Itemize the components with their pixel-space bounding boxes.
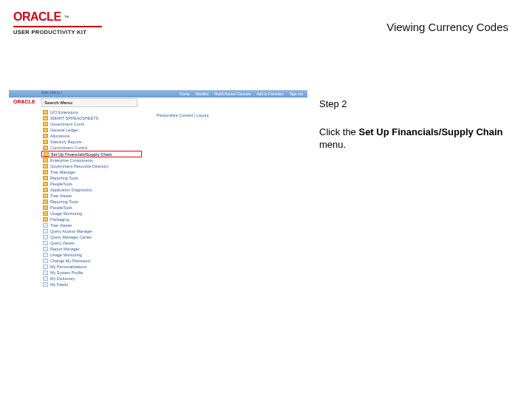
menu-item[interactable]: Government Resource Directory [41, 163, 142, 169]
menu-item[interactable]: General Ledger [41, 127, 142, 133]
menu-item[interactable]: My Feeds [41, 282, 142, 287]
brand-rule [13, 26, 102, 27]
folder-icon [43, 116, 48, 120]
menu-item[interactable]: My Dictionary [41, 276, 142, 282]
menu-item[interactable]: Report Manager [41, 246, 142, 252]
menu-item-label: My Dictionary [50, 276, 75, 281]
document-icon [43, 282, 48, 287]
trademark-symbol: ™ [64, 15, 69, 20]
menu-item[interactable]: Tree Viewer [41, 222, 142, 228]
app-logo: ORACLE [13, 99, 35, 104]
menu-item-label: Query Viewer [50, 241, 75, 245]
brand-block: ORACLE ™ USER PRODUCTIVITY KIT [13, 10, 102, 35]
folder-icon [43, 128, 48, 132]
menu-item[interactable]: Query Manager Center [41, 234, 142, 240]
document-icon [43, 229, 48, 233]
folder-icon [43, 182, 48, 186]
document-icon [43, 235, 48, 239]
topbar-link-home[interactable]: Home [180, 92, 189, 96]
menu-item-label: Usage Monitoring [50, 253, 82, 257]
folder-icon [43, 146, 48, 150]
menu-item-label: SMART SPREADSHEETS [50, 116, 98, 120]
menu-item[interactable]: PeopleTools [41, 205, 142, 211]
personalize-content-link[interactable]: Personalize Content | Layout [157, 113, 209, 117]
menu-item[interactable]: Reporting Tools [41, 175, 142, 181]
menu-item-label: Query Manager Center [50, 235, 92, 239]
app-screenshot: Home Worklist MultiChannel Console Add t… [9, 90, 307, 290]
menu-item-label: Change My Password [50, 259, 90, 263]
menu-item-label: Government Resource Directory [50, 164, 109, 168]
menu-item-label: Reporting Tools [50, 200, 78, 204]
document-icon [43, 276, 48, 281]
topbar-link-multichannel[interactable]: MultiChannel Console [214, 92, 250, 96]
folder-icon [43, 140, 48, 144]
menu-item-label: Statutory Reports [50, 140, 82, 144]
document-icon [43, 259, 48, 263]
menu-item[interactable]: Statutory Reports [41, 139, 142, 145]
folder-icon [43, 217, 48, 222]
topbar-link-signout[interactable]: Sign out [290, 92, 303, 96]
menu-item[interactable]: Usage Monitoring [41, 211, 142, 216]
menu-item-label: Tree Viewer [50, 194, 72, 198]
menu-item[interactable]: My Personalizations [41, 264, 142, 270]
menu-item[interactable]: Change My Password [41, 258, 142, 264]
topbar-link-favorites[interactable]: Add to Favorites [256, 92, 283, 96]
menu-search-box[interactable]: Search Menu: [41, 98, 137, 107]
menu-item-label: My Feeds [50, 282, 68, 287]
folder-icon [43, 122, 48, 126]
menu-item[interactable]: Application Diagnostics [41, 187, 142, 193]
menu-item-label: PeopleTools [50, 205, 72, 210]
topbar-link-worklist[interactable]: Worklist [196, 92, 209, 96]
menu-item[interactable]: Enterprise Components [41, 157, 142, 163]
menu-item[interactable]: Allocations [41, 133, 142, 139]
menu-item[interactable]: Usage Monitoring [41, 252, 142, 258]
menu-item-label: My System Profile [50, 270, 83, 275]
menu-item-label: Usage Monitoring [50, 211, 82, 216]
brand-subtitle: USER PRODUCTIVITY KIT [13, 29, 102, 35]
main-menu-list: UCI ExtensionsSMART SPREADSHEETSGovernme… [41, 109, 142, 287]
menu-item[interactable]: Tree Manager [41, 169, 142, 175]
document-icon [43, 241, 48, 245]
instruction-pre: Click the [319, 126, 358, 137]
menu-item[interactable]: UCI Extensions [41, 109, 142, 115]
instruction-panel: Step 2 Click the Set Up Financials/Suppl… [319, 98, 511, 151]
menu-item[interactable]: Reporting Tools [41, 199, 142, 205]
menu-item-label: General Ledger [50, 128, 78, 132]
folder-icon [43, 211, 48, 216]
oracle-logo: ORACLE ™ [13, 10, 102, 24]
menu-item[interactable]: SMART SPREADSHEETS [41, 115, 142, 121]
folder-icon [43, 158, 48, 163]
menu-item-setup-financials[interactable]: Set Up Financials/Supply Chain [41, 151, 142, 157]
menu-item[interactable]: Tree Viewer [41, 193, 142, 199]
menu-item[interactable]: Packaging [41, 216, 142, 222]
document-icon [43, 253, 48, 257]
menu-item[interactable]: My System Profile [41, 270, 142, 276]
folder-icon [43, 194, 48, 198]
document-icon [43, 223, 48, 228]
menu-item-label: Enterprise Components [50, 158, 93, 163]
menu-item[interactable]: Query Access Manager [41, 228, 142, 234]
folder-icon [44, 152, 49, 157]
menu-item-label: UCI Extensions [50, 110, 78, 115]
menu-item-label: Report Manager [50, 247, 80, 251]
menu-item-label: Allocations [50, 134, 70, 138]
menu-item-label: Government Contrl [50, 122, 84, 126]
menu-item-label: Tree Manager [50, 170, 75, 174]
document-icon [43, 265, 48, 269]
menu-item[interactable]: Commitment Control [41, 145, 142, 151]
menu-item[interactable]: PeopleTools [41, 181, 142, 187]
main-menu-breadcrumb[interactable]: Main Menu > [41, 90, 63, 95]
folder-icon [43, 200, 48, 204]
oracle-wordmark: ORACLE [13, 10, 61, 24]
menu-item[interactable]: Government Contrl [41, 121, 142, 127]
menu-search-label: Search Menu: [44, 100, 73, 105]
menu-item-label: My Personalizations [50, 265, 86, 269]
menu-item-label: Application Diagnostics [50, 188, 92, 192]
menu-item-label: Set Up Financials/Supply Chain [51, 152, 112, 157]
menu-item[interactable]: Query Viewer [41, 240, 142, 246]
step-label: Step 2 [319, 98, 511, 111]
folder-icon [43, 188, 48, 192]
folder-icon [43, 205, 48, 210]
menu-item-label: Query Access Manager [50, 229, 92, 233]
menu-item-label: PeopleTools [50, 182, 72, 186]
